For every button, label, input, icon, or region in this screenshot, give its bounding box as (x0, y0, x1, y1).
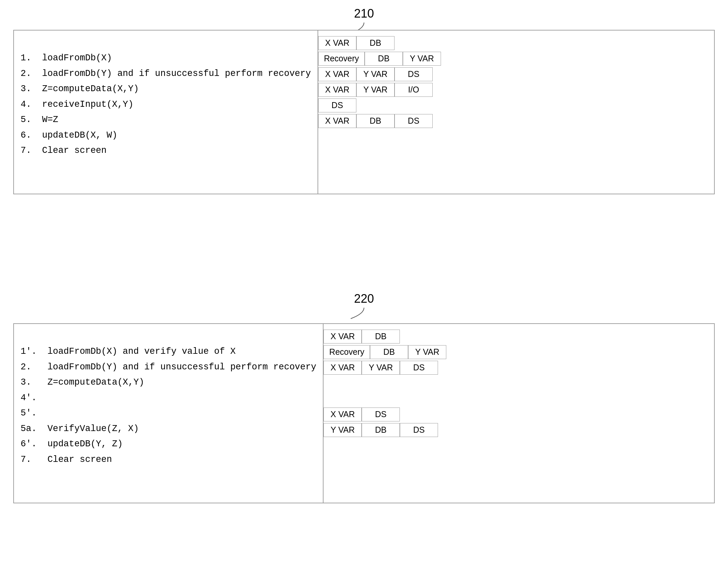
diagram1-code: 1. loadFromDb(X) 2. loadFromDb(Y) and if… (14, 31, 318, 194)
diagram2-box: 1'. loadFromDb(X) and verify value of X … (13, 323, 715, 503)
tag-row-2: Recovery DB Y VAR (318, 51, 441, 66)
tag-row-d2-6: Y VAR DB DS (324, 422, 446, 438)
tag-cell: X VAR (318, 83, 356, 97)
line-d2: 1'. loadFromDb(X) and verify value of X … (21, 346, 316, 464)
tag-row-5: DS (318, 98, 441, 113)
tag-cell: DB (356, 114, 395, 128)
tag-row-d2-2: Recovery DB Y VAR (324, 344, 446, 360)
tag-cell: X VAR (324, 329, 362, 343)
tag-cell: DS (395, 114, 433, 128)
tag-row-6: X VAR DB DS (318, 113, 441, 129)
tag-cell: DB (356, 36, 395, 50)
tag-cell: DS (362, 407, 400, 421)
tag-cell: Y VAR (356, 83, 395, 97)
tag-cell: Y VAR (324, 423, 362, 437)
tag-row-3: X VAR Y VAR DS (318, 66, 441, 82)
tag-cell: X VAR (324, 407, 362, 421)
tag-cell: X VAR (318, 36, 356, 50)
tag-cell: DS (400, 361, 438, 375)
tag-cell: X VAR (324, 361, 362, 375)
tag-cell: Y VAR (356, 67, 395, 81)
tag-cell: I/O (395, 83, 433, 97)
tag-row-d2-5 (324, 391, 446, 406)
tag-cell: Y VAR (403, 52, 441, 66)
line1: 1. loadFromDb(X) 2. loadFromDb(Y) and if… (21, 53, 311, 156)
tag-row-d2-5a: X VAR DS (324, 406, 446, 422)
tag-row-d2-7 (324, 438, 446, 453)
tag-cell: DB (365, 52, 403, 66)
tag-cell: DS (395, 67, 433, 81)
diagram1-box: 1. loadFromDb(X) 2. loadFromDb(Y) and if… (13, 30, 715, 194)
diagram2-code: 1'. loadFromDb(X) and verify value of X … (14, 324, 324, 503)
tag-cell: X VAR (318, 114, 356, 128)
diagram1-label: 210 (331, 7, 397, 21)
tag-row-4: X VAR Y VAR I/O (318, 82, 441, 98)
diagram1-tags: X VAR DB Recovery DB Y VAR X VAR Y VAR D… (318, 31, 441, 194)
tag-cell: Y VAR (362, 361, 400, 375)
tag-cell: DB (362, 423, 400, 437)
tag-cell-recovery2: Recovery (324, 345, 370, 359)
tag-cell: DB (370, 345, 408, 359)
tag-row-7 (318, 129, 441, 144)
diagram2-label: 220 (331, 292, 397, 306)
diagram2-tags: X VAR DB Recovery DB Y VAR X VAR Y VAR D… (324, 324, 446, 503)
tag-row-d2-1: X VAR DB (324, 328, 446, 344)
tag-cell: Y VAR (408, 345, 446, 359)
tag-cell: DB (362, 329, 400, 343)
tag-cell: DS (400, 423, 438, 437)
tag-cell: X VAR (318, 67, 356, 81)
tag-cell-recovery: Recovery (318, 52, 365, 66)
tag-row-d2-4 (324, 375, 446, 391)
tag-cell: DS (318, 99, 356, 112)
tag-row-1: X VAR DB (318, 35, 441, 51)
tag-row-d2-3: X VAR Y VAR DS (324, 360, 446, 375)
